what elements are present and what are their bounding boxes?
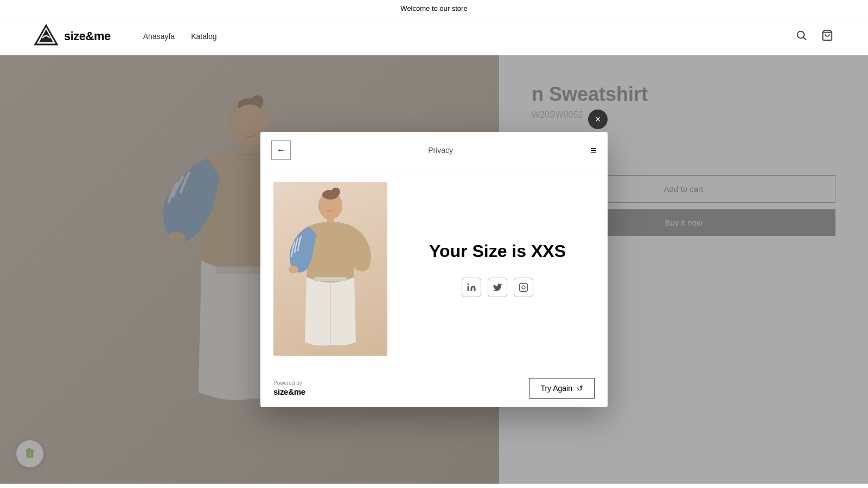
svg-point-29 <box>468 283 469 285</box>
svg-point-27 <box>318 207 321 209</box>
modal-social-icons <box>462 278 533 297</box>
modal-product-image <box>273 182 387 356</box>
main-nav: Anasayfa Katalog <box>143 32 217 41</box>
modal-person-figure <box>286 185 375 353</box>
powered-by-brand: size&me <box>273 387 305 396</box>
twitter-icon[interactable] <box>488 278 507 297</box>
announcement-bar: Welcome to our store <box>0 0 868 17</box>
announcement-text: Welcome to our store <box>400 4 467 12</box>
logo-link[interactable]: size&me <box>33 23 111 50</box>
modal-back-button[interactable]: ← <box>271 140 291 160</box>
modal-menu-button[interactable]: ≡ <box>590 145 597 156</box>
try-again-button[interactable]: Try Again ↺ <box>529 378 595 399</box>
instagram-svg <box>519 282 528 292</box>
modal-footer: Powered by size&me Try Again ↺ <box>260 369 608 407</box>
instagram-icon[interactable] <box>514 278 533 297</box>
modal-result-area: Your Size is XXS <box>400 182 595 356</box>
svg-line-3 <box>803 37 806 40</box>
header-actions <box>793 27 835 45</box>
svg-point-22 <box>331 188 340 196</box>
nav-catalog[interactable]: Katalog <box>191 32 216 41</box>
search-button[interactable] <box>793 27 809 45</box>
modal-close-button[interactable]: × <box>588 110 608 129</box>
twitter-svg <box>493 282 502 292</box>
modal-header: ← Privacy ≡ <box>260 132 608 169</box>
cart-button[interactable] <box>819 27 835 45</box>
main-content: n Sweatshirt W20SW0052 nd My Size Add to… <box>0 55 868 484</box>
modal-privacy-label: Privacy <box>428 146 453 155</box>
modal-body: Your Size is XXS <box>260 169 608 369</box>
modal-product-image-inner <box>273 182 387 356</box>
powered-by-label: Powered by <box>273 380 305 386</box>
svg-rect-28 <box>468 286 469 291</box>
header: size&me Anasayfa Katalog <box>0 17 868 55</box>
powered-by: Powered by size&me <box>273 380 305 396</box>
modal-size-title: Your Size is XXS <box>429 241 566 261</box>
nav-home[interactable]: Anasayfa <box>143 32 175 41</box>
linkedin-svg <box>467 282 476 292</box>
svg-rect-25 <box>314 277 347 281</box>
cart-icon <box>821 29 833 41</box>
size-result-modal: ← Privacy ≡ <box>260 132 608 407</box>
linkedin-icon[interactable] <box>462 278 481 297</box>
svg-rect-30 <box>520 283 528 291</box>
logo-text: size&me <box>64 29 111 43</box>
svg-point-2 <box>797 31 805 38</box>
logo-icon <box>33 23 60 50</box>
search-icon <box>795 29 807 41</box>
svg-point-26 <box>289 266 298 273</box>
